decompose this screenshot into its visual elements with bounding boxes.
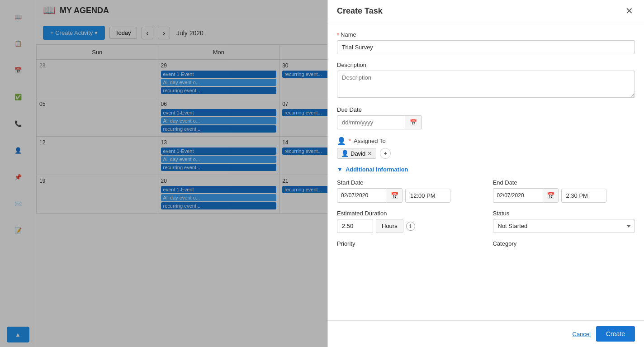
name-label: *Name bbox=[337, 31, 635, 38]
assigned-tag: 👤 David ✕ bbox=[337, 148, 376, 159]
priority-label: Priority bbox=[337, 240, 479, 247]
start-end-date-row: Start Date 02/07/2020 📅 End Date 02/07/2… bbox=[337, 179, 635, 203]
end-date-field-wrap: 02/07/2020 📅 bbox=[493, 188, 559, 203]
estimated-duration-label: Estimated Duration bbox=[337, 210, 479, 217]
description-textarea[interactable] bbox=[337, 71, 635, 98]
start-date-value: 02/07/2020 bbox=[337, 189, 387, 202]
status-label: Status bbox=[493, 210, 635, 217]
modal-body: *Name Description Due Date 📅 👤 * Assigne… bbox=[328, 22, 644, 320]
additional-info-toggle[interactable]: ▼ Additional Information bbox=[337, 166, 635, 173]
assigned-to-group: 👤 * Assigned To 👤 David ✕ + bbox=[337, 137, 635, 159]
assigned-to-row: 👤 * Assigned To bbox=[337, 137, 635, 145]
additional-info-label: Additional Information bbox=[346, 166, 408, 173]
category-label: Category bbox=[493, 240, 635, 247]
start-time-input[interactable] bbox=[405, 189, 450, 203]
modal-footer: Cancel Create bbox=[328, 320, 644, 347]
name-field-group: *Name bbox=[337, 31, 635, 54]
duration-info-icon[interactable]: ℹ bbox=[406, 222, 415, 231]
name-input[interactable] bbox=[337, 40, 635, 54]
end-date-label: End Date bbox=[493, 179, 635, 186]
assigned-user-icon: 👤 bbox=[341, 150, 349, 157]
close-button[interactable]: ✕ bbox=[624, 5, 635, 16]
start-date-label: Start Date bbox=[337, 179, 479, 186]
start-date-calendar-button[interactable]: 📅 bbox=[387, 189, 402, 202]
priority-col: Priority bbox=[337, 240, 479, 249]
priority-category-row: Priority Category bbox=[337, 240, 635, 249]
category-col: Category bbox=[493, 240, 635, 249]
modal-header: Create Task ✕ bbox=[328, 0, 644, 22]
assigned-to-label: Assigned To bbox=[354, 138, 386, 144]
end-date-col: End Date 02/07/2020 📅 bbox=[493, 179, 635, 203]
start-date-col: Start Date 02/07/2020 📅 bbox=[337, 179, 479, 203]
duration-status-row: Estimated Duration Hours ℹ Status Not St… bbox=[337, 210, 635, 233]
cancel-button[interactable]: Cancel bbox=[573, 331, 591, 337]
duration-col: Estimated Duration Hours ℹ bbox=[337, 210, 479, 233]
end-time-input[interactable] bbox=[561, 189, 606, 203]
name-required-star: * bbox=[337, 31, 339, 38]
assigned-user-name: David bbox=[350, 150, 365, 157]
end-date-inputs: 02/07/2020 📅 bbox=[493, 188, 635, 203]
status-select[interactable]: Not Started In Progress Completed Cancel… bbox=[493, 219, 635, 233]
end-date-calendar-button[interactable]: 📅 bbox=[543, 189, 558, 202]
duration-input[interactable] bbox=[337, 219, 373, 233]
due-date-input[interactable] bbox=[337, 115, 405, 129]
chevron-down-icon: ▼ bbox=[337, 166, 343, 173]
duration-inputs: Hours ℹ bbox=[337, 219, 479, 233]
start-date-inputs: 02/07/2020 📅 bbox=[337, 188, 479, 203]
modal-title: Create Task bbox=[337, 6, 383, 16]
assigned-required-star: * bbox=[349, 138, 351, 144]
due-date-calendar-button[interactable]: 📅 bbox=[405, 115, 422, 129]
modal-panel: Create Task ✕ *Name Description Due Date… bbox=[327, 0, 644, 347]
end-date-value: 02/07/2020 bbox=[493, 189, 543, 202]
hours-button[interactable]: Hours bbox=[376, 219, 403, 233]
remove-assigned-button[interactable]: ✕ bbox=[367, 150, 372, 157]
status-col: Status Not Started In Progress Completed… bbox=[493, 210, 635, 233]
assigned-to-icon: 👤 bbox=[337, 137, 346, 145]
description-label: Description bbox=[337, 62, 635, 68]
due-date-group: Due Date 📅 bbox=[337, 106, 635, 129]
start-date-field-wrap: 02/07/2020 📅 bbox=[337, 188, 402, 203]
description-field-group: Description bbox=[337, 62, 635, 99]
due-date-label: Due Date bbox=[337, 106, 635, 113]
add-assigned-button[interactable]: + bbox=[380, 148, 391, 159]
create-button[interactable]: Create bbox=[596, 326, 635, 342]
